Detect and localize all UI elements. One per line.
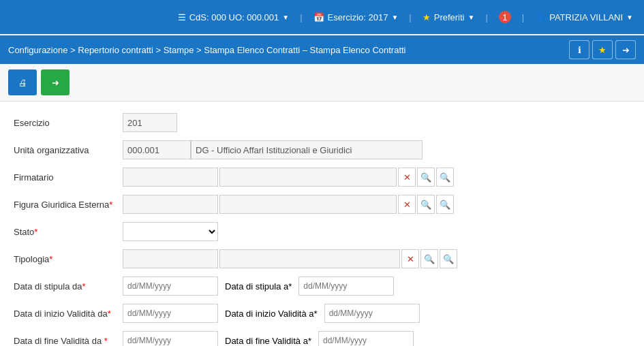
breadcrumb: Configurazione > Repertorio contratti > … xyxy=(8,45,406,55)
data-fine-validita-da-input[interactable] xyxy=(123,331,218,346)
export-icon: ➜ xyxy=(52,78,59,88)
firmatario-name-input[interactable] xyxy=(219,168,397,187)
figura-giuridica-clear-button[interactable]: ✕ xyxy=(398,195,416,214)
data-inizio-validita-da-input[interactable] xyxy=(123,304,218,323)
separator-1: | xyxy=(300,12,302,22)
firmatario-clear-button[interactable]: ✕ xyxy=(398,168,416,187)
unita-org-row: Unità organizzativa xyxy=(14,140,630,160)
preferiti-menu[interactable]: ★ Preferiti ▼ xyxy=(423,12,475,22)
data-stipula-row: Data di stipula da* Data di stipula a* xyxy=(14,276,630,296)
tipologia-name-input[interactable] xyxy=(219,249,400,268)
cds-selector[interactable]: ☰ CdS: 000 UO: 000.001 ▼ xyxy=(178,12,289,22)
firmatario-field-group: ✕ 🔍 🔍 xyxy=(123,168,454,187)
firmatario-code-input[interactable] xyxy=(123,168,218,187)
figura-giuridica-search-button[interactable]: 🔍 xyxy=(417,195,435,214)
export-button[interactable]: ➜ xyxy=(41,69,70,95)
figura-giuridica-label: Figura Giuridica Esterna* xyxy=(14,200,123,210)
tipologia-label: Tipologia* xyxy=(14,254,123,264)
firmatario-row: Firmatario ✕ 🔍 🔍 xyxy=(14,167,630,187)
data-fine-validita-da-label: Data di fine Validità da * xyxy=(14,336,123,346)
stato-row: Stato* xyxy=(14,221,630,242)
firmatario-search-button[interactable]: 🔍 xyxy=(417,168,435,187)
user-label: PATRIZIA VILLANI xyxy=(549,12,623,22)
figura-giuridica-name-input[interactable] xyxy=(219,195,397,214)
esercizio-selector[interactable]: 📅 Esercizio: 2017 ▼ xyxy=(313,12,399,22)
data-inizio-validita-a-label: Data di inizio Validità a* xyxy=(225,309,318,319)
data-inizio-validita-da-label: Data di inizio Validità da* xyxy=(14,309,123,319)
user-caret: ▼ xyxy=(626,14,633,21)
star-bookmark-button[interactable]: ★ xyxy=(592,40,613,59)
unita-org-name-input[interactable] xyxy=(191,140,423,159)
firmatario-zoom-button[interactable]: 🔍 xyxy=(436,168,454,187)
firmatario-label: Firmatario xyxy=(14,172,123,183)
data-fine-validita-a-input[interactable] xyxy=(318,331,414,346)
cds-label: CdS: 000 UO: 000.001 xyxy=(189,12,279,22)
data-stipula-a-label: Data di stipula a* xyxy=(225,281,292,292)
data-inizio-validita-a-input[interactable] xyxy=(324,304,420,323)
separator-2: | xyxy=(409,12,411,22)
calendar-icon: 📅 xyxy=(313,12,324,22)
notification-count: 1 xyxy=(502,12,507,22)
tipologia-zoom-button[interactable]: 🔍 xyxy=(440,249,457,268)
notification-badge: 1 xyxy=(499,11,511,23)
esercizio-label: Esercizio: 2017 xyxy=(328,12,388,22)
data-fine-validita-row: Data di fine Validità da * Data di fine … xyxy=(14,330,630,346)
esercizio-caret: ▼ xyxy=(391,14,398,21)
figura-giuridica-code-input[interactable] xyxy=(123,195,218,214)
data-stipula-a-input[interactable] xyxy=(298,277,394,296)
tipologia-row: Tipologia* ✕ 🔍 🔍 xyxy=(14,249,630,269)
data-stipula-da-input[interactable] xyxy=(123,277,218,296)
figura-giuridica-zoom-button[interactable]: 🔍 xyxy=(436,195,454,214)
separator-3: | xyxy=(485,12,487,22)
menu-icon: ☰ xyxy=(178,12,186,22)
separator-4: | xyxy=(522,12,524,22)
esercizio-row: Esercizio xyxy=(14,112,630,133)
unita-org-code-input[interactable] xyxy=(123,140,191,159)
user-menu[interactable]: 👤 PATRIZIA VILLANI ▼ xyxy=(535,12,633,22)
data-stipula-da-label: Data di stipula da* xyxy=(14,281,123,292)
stato-label: Stato* xyxy=(14,227,123,237)
tipologia-code-input[interactable] xyxy=(123,249,218,268)
preferiti-caret: ▼ xyxy=(468,14,475,21)
tipologia-clear-button[interactable]: ✕ xyxy=(401,249,419,268)
star-icon: ★ xyxy=(423,12,431,22)
user-icon: 👤 xyxy=(535,12,546,22)
cds-caret: ▼ xyxy=(282,14,289,21)
data-inizio-validita-row: Data di inizio Validità da* Data di iniz… xyxy=(14,303,630,324)
figura-giuridica-row: Figura Giuridica Esterna* ✕ 🔍 🔍 xyxy=(14,194,630,215)
stato-select[interactable] xyxy=(123,222,218,241)
esercizio-label: Esercizio xyxy=(14,118,123,128)
tipologia-search-button[interactable]: 🔍 xyxy=(420,249,438,268)
info-button[interactable]: ℹ xyxy=(569,40,589,59)
print-icon: 🖨 xyxy=(18,78,27,88)
figura-giuridica-field-group: ✕ 🔍 🔍 xyxy=(123,195,454,214)
main-form: Esercizio Unità organizzativa Firmatario… xyxy=(0,101,644,346)
unita-org-label: Unità organizzativa xyxy=(14,145,123,155)
toolbar: 🖨 ➜ xyxy=(0,64,644,101)
esercizio-input[interactable] xyxy=(123,113,177,132)
notification-bell[interactable]: 1 xyxy=(499,11,511,23)
preferiti-label: Preferiti xyxy=(434,12,465,22)
arrow-button[interactable]: ➜ xyxy=(615,40,636,59)
data-fine-validita-a-label: Data di fine Validità a* xyxy=(225,336,311,346)
print-button[interactable]: 🖨 xyxy=(8,69,37,95)
tipologia-field-group: ✕ 🔍 🔍 xyxy=(123,249,457,268)
